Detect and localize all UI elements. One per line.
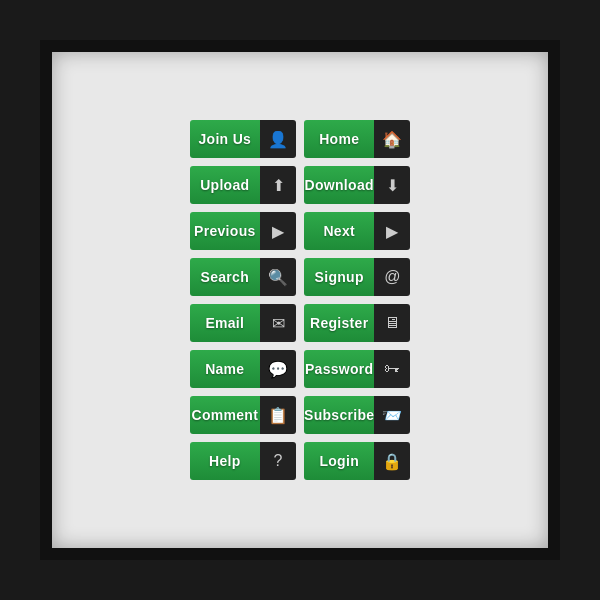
help-icon: ? <box>260 442 296 480</box>
signup-label: Signup <box>304 258 374 296</box>
email-button[interactable]: Email✉ <box>190 304 296 342</box>
signup-icon: @ <box>374 258 410 296</box>
email-icon: ✉ <box>260 304 296 342</box>
previous-button[interactable]: Previous▶ <box>190 212 296 250</box>
register-icon: 🖥 <box>374 304 410 342</box>
name-label: Name <box>190 350 260 388</box>
login-icon: 🔒 <box>374 442 410 480</box>
email-label: Email <box>190 304 260 342</box>
register-label: Register <box>304 304 374 342</box>
join-us-button[interactable]: Join Us👤 <box>190 120 296 158</box>
comment-label: Comment <box>190 396 260 434</box>
name-button[interactable]: Name💬 <box>190 350 296 388</box>
join-us-label: Join Us <box>190 120 260 158</box>
comment-icon: 📋 <box>260 396 296 434</box>
help-button[interactable]: Help? <box>190 442 296 480</box>
button-grid: Join Us👤Home🏠Upload⬆Download⬇Previous▶Ne… <box>170 100 431 500</box>
home-button[interactable]: Home🏠 <box>304 120 410 158</box>
next-icon: ▶ <box>374 212 410 250</box>
upload-label: Upload <box>190 166 260 204</box>
main-frame: Join Us👤Home🏠Upload⬆Download⬇Previous▶Ne… <box>40 40 560 560</box>
subscribe-button[interactable]: Subscribe📨 <box>304 396 410 434</box>
previous-label: Previous <box>190 212 260 250</box>
download-label: Download <box>304 166 374 204</box>
subscribe-icon: 📨 <box>374 396 410 434</box>
comment-button[interactable]: Comment📋 <box>190 396 296 434</box>
help-label: Help <box>190 442 260 480</box>
home-label: Home <box>304 120 374 158</box>
download-icon: ⬇ <box>374 166 410 204</box>
password-icon: 🗝 <box>374 350 410 388</box>
name-icon: 💬 <box>260 350 296 388</box>
register-button[interactable]: Register🖥 <box>304 304 410 342</box>
upload-button[interactable]: Upload⬆ <box>190 166 296 204</box>
home-icon: 🏠 <box>374 120 410 158</box>
search-label: Search <box>190 258 260 296</box>
search-icon: 🔍 <box>260 258 296 296</box>
signup-button[interactable]: Signup@ <box>304 258 410 296</box>
next-label: Next <box>304 212 374 250</box>
join-us-icon: 👤 <box>260 120 296 158</box>
upload-icon: ⬆ <box>260 166 296 204</box>
login-button[interactable]: Login🔒 <box>304 442 410 480</box>
download-button[interactable]: Download⬇ <box>304 166 410 204</box>
password-button[interactable]: Password🗝 <box>304 350 410 388</box>
previous-icon: ▶ <box>260 212 296 250</box>
next-button[interactable]: Next▶ <box>304 212 410 250</box>
password-label: Password <box>304 350 374 388</box>
search-button[interactable]: Search🔍 <box>190 258 296 296</box>
subscribe-label: Subscribe <box>304 396 374 434</box>
login-label: Login <box>304 442 374 480</box>
